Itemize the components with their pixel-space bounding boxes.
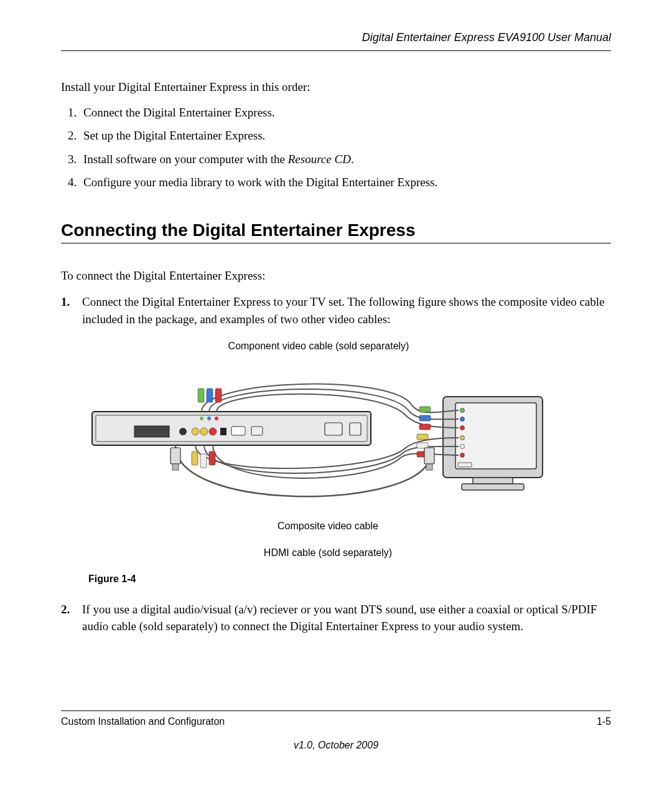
figure-top-label: Component video cable (sold separately) [88, 339, 549, 353]
svg-rect-30 [419, 407, 431, 412]
svg-point-23 [200, 417, 203, 420]
svg-point-14 [179, 428, 187, 435]
step-number: 1. [61, 293, 70, 311]
svg-rect-19 [231, 427, 245, 435]
step-number: 2. [61, 601, 70, 618]
svg-rect-36 [417, 434, 428, 440]
step-text: Connect the Digital Entertainer Express … [82, 295, 605, 326]
device-rear-panel-icon [92, 412, 371, 445]
svg-point-8 [460, 445, 465, 449]
page-header: Digital Entertainer Express EVA9100 User… [61, 31, 611, 51]
connect-steps-list: 1. Connect the Digital Entertainer Expre… [61, 293, 611, 635]
svg-rect-39 [170, 448, 180, 464]
rca-plugs-bottom [192, 451, 215, 468]
install-step: Connect the Digital Entertainer Express. [80, 104, 611, 122]
section-intro: To connect the Digital Entertainer Expre… [61, 267, 611, 285]
svg-point-15 [192, 428, 199, 435]
svg-point-16 [200, 428, 208, 435]
svg-rect-29 [215, 389, 222, 402]
intro-paragraph: Install your Digital Entertainer Express… [61, 78, 611, 97]
svg-rect-27 [198, 389, 204, 402]
install-step: Set up the Digital Entertainer Express. [80, 127, 611, 145]
hdmi-plug-left [170, 448, 180, 470]
text: Install software on your computer with t… [83, 153, 288, 166]
install-step: Configure your media library to work wit… [80, 174, 611, 192]
svg-point-6 [460, 426, 465, 430]
svg-rect-18 [220, 428, 226, 435]
connect-step: 2. If you use a digital audio/visual (a/… [61, 601, 611, 635]
svg-rect-20 [251, 427, 263, 435]
footer-left-text: Custom Installation and Configuraton [61, 716, 225, 727]
svg-rect-40 [172, 464, 179, 470]
step-text: If you use a digital audio/visual (a/v) … [82, 603, 597, 633]
svg-rect-22 [350, 423, 361, 435]
svg-rect-1 [455, 403, 536, 469]
svg-rect-3 [462, 484, 524, 490]
svg-rect-10 [458, 463, 472, 467]
svg-point-25 [215, 417, 218, 420]
rca-plugs-top [198, 389, 222, 402]
svg-rect-35 [209, 451, 215, 465]
install-order-list: Connect the Digital Entertainer Express.… [61, 104, 611, 192]
svg-rect-34 [200, 454, 207, 468]
connection-diagram [88, 354, 549, 516]
svg-rect-41 [424, 448, 434, 464]
svg-point-17 [209, 428, 217, 435]
page-footer: Custom Installation and Configuraton 1-5… [61, 710, 611, 751]
svg-point-24 [207, 417, 211, 420]
rca-plugs-tv-top [419, 407, 431, 430]
section-heading: Connecting the Digital Entertainer Expre… [61, 220, 611, 243]
manual-title: Digital Entertainer Express EVA9100 User… [362, 31, 611, 44]
figure-bottom-label: HDMI cable (sold separately) [88, 545, 549, 560]
svg-point-4 [460, 408, 465, 413]
svg-rect-13 [134, 426, 169, 437]
svg-point-5 [460, 417, 465, 422]
figure-mid-label: Composite video cable [88, 519, 549, 533]
figure-block: Component video cable (sold separately) [88, 339, 549, 560]
footer-version: v1.0, October 2009 [61, 740, 611, 751]
svg-rect-28 [207, 389, 213, 402]
install-step: Install software on your computer with t… [80, 151, 611, 169]
figure-number: Figure 1-4 [88, 572, 611, 586]
svg-rect-31 [419, 415, 431, 421]
footer-page-number: 1-5 [597, 716, 611, 727]
svg-point-7 [460, 436, 465, 440]
svg-rect-2 [473, 478, 513, 484]
connect-step: 1. Connect the Digital Entertainer Expre… [61, 293, 611, 586]
text: . [351, 153, 354, 166]
svg-rect-33 [192, 451, 198, 465]
svg-rect-32 [419, 424, 431, 430]
svg-point-9 [460, 453, 465, 458]
resource-cd-emphasis: Resource CD [288, 153, 351, 166]
svg-rect-42 [426, 464, 432, 470]
svg-rect-21 [325, 423, 342, 435]
